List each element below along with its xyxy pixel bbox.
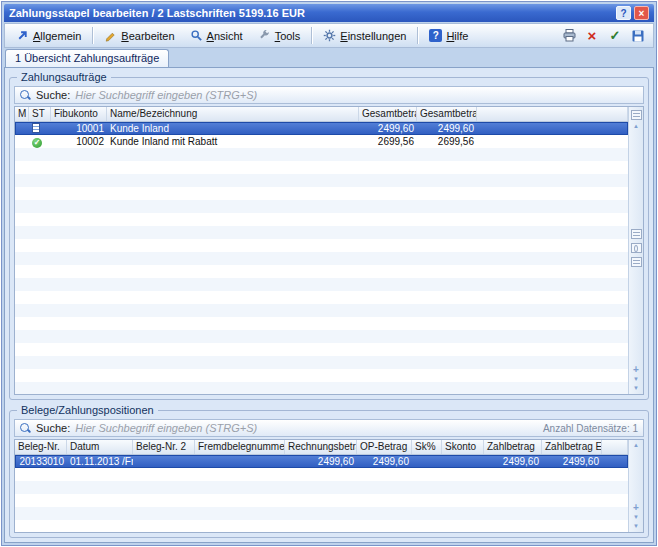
- cell-sk-prozent: [412, 455, 442, 468]
- toolbar-separator: [417, 27, 418, 44]
- print-button[interactable]: [558, 25, 580, 46]
- table-row[interactable]: ✓ 10002 Kunde Inland mit Rabatt 2699,56 …: [15, 135, 628, 148]
- cell-fremdbelegnummer: [195, 455, 285, 468]
- pencil-icon: [104, 29, 117, 42]
- search-label: Suche:: [36, 422, 70, 434]
- payments-grid: M ST Fibukonto Name/Bezeichnung Gesamtbe…: [14, 106, 644, 395]
- payments-grid-main: M ST Fibukonto Name/Bezeichnung Gesamtbe…: [15, 107, 628, 394]
- search-icon: [20, 90, 31, 101]
- column-header-sk-prozent[interactable]: Sk%: [412, 440, 442, 454]
- table-row[interactable]: 20133010 01.11.2013 /Fr 2499,60 2499,60 …: [15, 455, 628, 468]
- wrench-icon: [258, 29, 271, 42]
- column-header-gesamtbetrag[interactable]: Gesamtbetrag: [359, 107, 417, 121]
- cell-gesamtbetrag-euro: 2499,60: [417, 122, 477, 135]
- column-header-rechnungsbetrag[interactable]: Rechnungsbetrag: [285, 440, 357, 454]
- payments-search-input[interactable]: [75, 89, 638, 101]
- column-header-m[interactable]: M: [15, 107, 29, 121]
- window-help-icon[interactable]: ?: [616, 6, 631, 20]
- save-disk-icon: [631, 29, 645, 43]
- scroll-up-icon[interactable]: ▲: [633, 441, 639, 450]
- cell-op-betrag: 2499,60: [357, 455, 412, 468]
- cell-fibukonto: 10001: [51, 122, 107, 135]
- menu-bearbeiten[interactable]: Bearbeiten: [97, 25, 181, 46]
- column-header-zahlbetrag[interactable]: Zahlbetrag: [484, 440, 542, 454]
- scroll-end-icon[interactable]: ▼: [633, 522, 639, 531]
- positions-search-bar: Suche: Anzahl Datensätze: 1: [14, 419, 644, 437]
- positions-groupbox: Belege/Zahlungspositionen Suche: Anzahl …: [9, 410, 649, 538]
- scroll-end-icon[interactable]: ▼: [633, 384, 639, 393]
- record-count: Anzahl Datensätze: 1: [543, 423, 638, 434]
- column-header-st[interactable]: ST: [29, 107, 51, 121]
- tab-uebersicht-zahlungsauftraege[interactable]: 1 Übersicht Zahlungsaufträge: [5, 49, 169, 67]
- arrow-up-right-icon: [16, 29, 29, 42]
- payments-group-title: Zahlungsaufträge: [17, 71, 111, 83]
- cell-zahlbetrag: 2499,60: [484, 455, 542, 468]
- save-button[interactable]: [627, 25, 649, 46]
- search-icon: [20, 423, 31, 434]
- search-label: Suche:: [36, 89, 70, 101]
- positions-search-input[interactable]: [75, 422, 538, 434]
- detail-view-icon[interactable]: [631, 257, 642, 267]
- positions-group-title: Belege/Zahlungspositionen: [17, 404, 158, 416]
- table-row[interactable]: 10001 Kunde Inland 2499,60 2499,60: [15, 122, 628, 135]
- cell-zahlbetrag-euro: 2499,60: [542, 455, 602, 468]
- app-window: Zahlungsstapel bearbeiten / 2 Lastschrif…: [1, 1, 657, 546]
- cell-gesamtbetrag: 2499,60: [359, 122, 417, 135]
- grid-options-icon[interactable]: [631, 110, 642, 120]
- column-header-datum[interactable]: Datum: [67, 440, 133, 454]
- cell-gesamtbetrag-euro: 2699,56: [417, 135, 477, 148]
- cell-gesamtbetrag: 2699,56: [359, 135, 417, 148]
- menu-ansicht[interactable]: Ansicht: [183, 25, 250, 46]
- cell-name: Kunde Inland mit Rabatt: [107, 135, 359, 148]
- zoom-view-icon[interactable]: [631, 243, 642, 253]
- add-row-icon[interactable]: +: [633, 503, 639, 513]
- cell-rechnungsbetrag: 2499,60: [285, 455, 357, 468]
- help-icon: ?: [429, 29, 442, 42]
- scroll-up-icon[interactable]: ▲: [633, 122, 639, 131]
- add-row-icon[interactable]: +: [633, 365, 639, 375]
- tab-strip: 1 Übersicht Zahlungsaufträge: [4, 48, 654, 67]
- payments-grid-header: M ST Fibukonto Name/Bezeichnung Gesamtbe…: [15, 107, 628, 122]
- main-toolbar: Allgemein Bearbeiten Ansicht Tools Einst…: [4, 23, 654, 48]
- column-header-name[interactable]: Name/Bezeichnung: [107, 107, 359, 121]
- column-header-gesamtbetrag-euro[interactable]: Gesamtbetrag Euro: [417, 107, 477, 121]
- scroll-down-icon[interactable]: ▼: [633, 375, 639, 384]
- title-bar: Zahlungsstapel bearbeiten / 2 Lastschrif…: [4, 4, 654, 22]
- window-title: Zahlungsstapel bearbeiten / 2 Lastschrif…: [9, 7, 613, 19]
- payments-search-bar: Suche:: [14, 86, 644, 104]
- menu-hilfe[interactable]: ? Hilfe: [422, 25, 475, 46]
- ok-button[interactable]: ✓: [604, 25, 626, 46]
- column-header-fibukonto[interactable]: Fibukonto: [51, 107, 107, 121]
- menu-allgemein[interactable]: Allgemein: [9, 25, 88, 46]
- menu-einstellungen[interactable]: Einstellungen: [316, 25, 413, 46]
- column-header-zahlbetrag-euro[interactable]: Zahlbetrag Euro: [542, 440, 602, 454]
- column-header-beleg-nr-2[interactable]: Beleg-Nr. 2: [133, 440, 195, 454]
- window-close-icon[interactable]: ×: [634, 6, 649, 20]
- scroll-down-icon[interactable]: ▼: [633, 513, 639, 522]
- ok-check-icon: ✓: [610, 29, 621, 42]
- column-header-beleg-nr[interactable]: Beleg-Nr.: [15, 440, 67, 454]
- cancel-x-icon: ×: [588, 28, 597, 43]
- status-ok-icon: ✓: [32, 138, 42, 148]
- positions-grid-main: Beleg-Nr. Datum Beleg-Nr. 2 Fremdbelegnu…: [15, 440, 628, 532]
- cell-beleg-nr-2: [133, 455, 195, 468]
- positions-grid-side-strip: ▲ + ▼ ▼: [628, 440, 643, 532]
- column-header-op-betrag[interactable]: OP-Betrag: [357, 440, 412, 454]
- cell-datum: 01.11.2013 /Fr: [67, 455, 133, 468]
- cancel-button[interactable]: ×: [581, 25, 603, 46]
- content-panel: Zahlungsaufträge Suche: M ST Fibukonto N…: [4, 67, 654, 543]
- column-header-filler: [477, 107, 628, 121]
- toolbar-separator: [311, 27, 312, 44]
- payments-grid-body[interactable]: 10001 Kunde Inland 2499,60 2499,60 ✓ 100…: [15, 122, 628, 394]
- payments-grid-side-strip: ▲ + ▼ ▼: [628, 107, 643, 394]
- cell-name: Kunde Inland: [107, 122, 359, 135]
- column-header-skonto[interactable]: Skonto: [442, 440, 484, 454]
- payments-groupbox: Zahlungsaufträge Suche: M ST Fibukonto N…: [9, 77, 649, 400]
- column-header-fremdbelegnummer[interactable]: Fremdbelegnummer: [195, 440, 285, 454]
- list-view-icon[interactable]: [631, 229, 642, 239]
- menu-tools[interactable]: Tools: [251, 25, 308, 46]
- positions-grid-body[interactable]: 20133010 01.11.2013 /Fr 2499,60 2499,60 …: [15, 455, 628, 532]
- cell-beleg-nr: 20133010: [15, 455, 67, 468]
- positions-grid: Beleg-Nr. Datum Beleg-Nr. 2 Fremdbelegnu…: [14, 439, 644, 533]
- cell-skonto: [442, 455, 484, 468]
